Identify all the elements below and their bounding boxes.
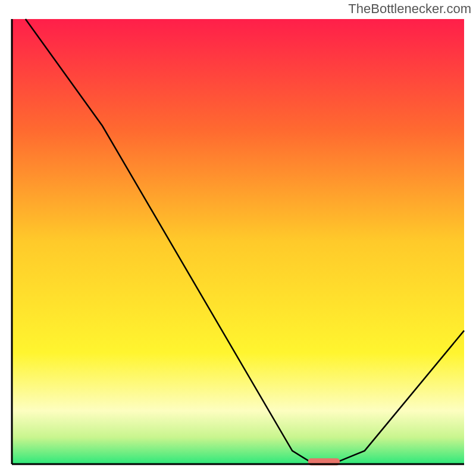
watermark-text: TheBottlenecker.com [348, 1, 471, 17]
chart-container: TheBottlenecker.com [0, 0, 476, 476]
chart-background [12, 19, 464, 464]
bottleneck-chart [0, 0, 476, 476]
